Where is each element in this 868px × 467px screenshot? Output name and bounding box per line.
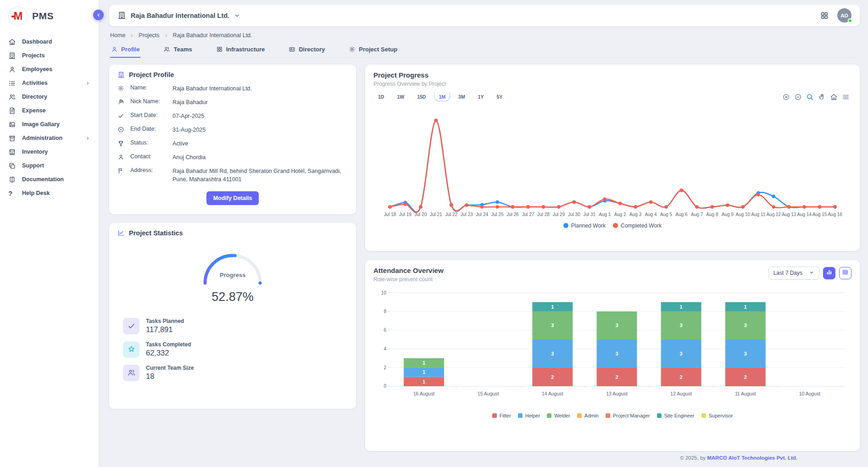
svg-text:Jul 26: Jul 26 (506, 211, 519, 217)
range-button-1d[interactable]: 1D (373, 93, 389, 101)
footer-company-link[interactable]: MARCO AIoT Technologies Pvt. Ltd. (707, 455, 797, 461)
reset-zoom-icon[interactable] (830, 93, 838, 101)
period-select[interactable]: Last 7 Days (768, 267, 819, 280)
field-label: End Date: (130, 126, 172, 132)
field-label: Contact: (130, 153, 172, 160)
sidebar-item-employees[interactable]: Employees (0, 62, 99, 76)
sidebar-item-expense[interactable]: Expense (0, 104, 99, 117)
sidebar-item-documentation[interactable]: Documentation (0, 172, 99, 186)
svg-text:3: 3 (680, 322, 683, 328)
sidebar-menu: Dashboard Projects Employees Activities … (0, 35, 99, 200)
receipt-icon (8, 107, 16, 115)
sidebar-item-projects[interactable]: Projects (0, 49, 99, 62)
period-select-value: Last 7 Days (773, 270, 802, 276)
breadcrumb-item-home[interactable]: Home (110, 32, 125, 39)
sidebar-item-dashboard[interactable]: Dashboard (0, 35, 99, 49)
grid-icon (216, 46, 223, 53)
legend-marker (577, 413, 582, 418)
chart-toolbar (782, 93, 850, 101)
chevron-right-icon (85, 81, 90, 86)
svg-text:2: 2 (551, 374, 554, 379)
selection-zoom-icon[interactable] (806, 93, 814, 101)
sidebar-item-label: Projects (22, 52, 45, 59)
sidebar-item-label: Inventory (22, 149, 48, 155)
range-button-3m[interactable]: 3M (454, 93, 470, 101)
project-profile-card: Project Profile Name: Raja Bahadur Inter… (109, 65, 356, 214)
legend-item-completed-work[interactable]: Completed Work (613, 222, 662, 229)
breadcrumb-item-projects[interactable]: Projects (139, 32, 159, 39)
legend-item-project-manager[interactable]: Project Manager (606, 413, 650, 418)
range-button-5y[interactable]: 5Y (492, 93, 507, 101)
attendance-bar-chart: 024681016 August11115 August14 August233… (373, 288, 851, 411)
profile-field-end-date: End Date: 31-Aug-2025 (117, 126, 348, 134)
svg-text:14 August: 14 August (542, 391, 563, 396)
svg-text:Aug 5: Aug 5 (660, 211, 673, 217)
field-value: 07-Apr-2025 (172, 112, 205, 120)
profile-field-address: Address: Raja Bahadur Mill Rd, behind Sh… (117, 167, 348, 183)
tab-teams[interactable]: Teams (162, 43, 193, 58)
pan-icon[interactable] (818, 93, 826, 101)
svg-text:Aug 13: Aug 13 (782, 211, 796, 217)
sidebar-item-help-desk[interactable]: ? Help Desk (0, 186, 99, 200)
tab-infrastructure[interactable]: Infrastructure (215, 43, 266, 58)
list-icon (8, 79, 16, 87)
range-button-1w[interactable]: 1W (392, 93, 409, 101)
legend-item-fitter[interactable]: Fitter (492, 413, 511, 418)
svg-text:2: 2 (615, 374, 618, 379)
progress-line-chart: Jul 18Jul 19Jul 20Jul 21Jul 22Jul 23Jul … (373, 111, 851, 222)
svg-text:1: 1 (423, 369, 425, 375)
legend-item-supervisor[interactable]: Supervisor (701, 413, 733, 418)
star-icon (123, 341, 139, 358)
stat-tasks-planned: Tasks Planned 117,891 (123, 318, 348, 334)
chart-line-icon (117, 229, 125, 237)
sidebar-item-directory[interactable]: Directory (0, 90, 99, 104)
field-value: Raja Bahadur Mill Rd, behind Sheraton Gr… (172, 167, 342, 183)
app-logo[interactable]: M PMS (0, 0, 99, 30)
tab-project-setup[interactable]: Project Setup (348, 43, 398, 58)
legend-item-welder[interactable]: Welder (547, 413, 570, 418)
tab-directory[interactable]: Directory (288, 43, 326, 58)
sidebar-item-image-gallary[interactable]: Image Gallary (0, 117, 99, 131)
legend-item-admin[interactable]: Admin (577, 413, 599, 418)
range-button-1y[interactable]: 1Y (473, 93, 489, 101)
chart-view-button[interactable] (823, 267, 835, 279)
svg-text:Aug 2: Aug 2 (614, 211, 627, 217)
modify-details-button[interactable]: Modify Details (206, 191, 259, 205)
sidebar-item-label: Administration (22, 135, 62, 141)
sidebar-item-inventory[interactable]: Inventory (0, 145, 99, 159)
legend-marker (547, 413, 551, 418)
gauge-value: 52.87% (117, 290, 348, 304)
online-status-dot (848, 18, 852, 23)
svg-text:3: 3 (615, 350, 618, 356)
svg-text:12 August: 12 August (670, 391, 692, 396)
svg-text:1: 1 (423, 360, 425, 365)
sidebar-collapse-button[interactable] (93, 10, 104, 20)
stat-tasks-completed: Tasks Completed 62,332 (123, 341, 348, 358)
sidebar-item-label: Documentation (22, 176, 64, 183)
legend-item-planned-work[interactable]: Planned Work (563, 222, 606, 229)
avatar[interactable]: AD (837, 8, 851, 22)
copyright-text: © 2025, by (680, 455, 707, 461)
attendance-title: Attendance Overview (373, 267, 444, 274)
legend-item-helper[interactable]: Helper (518, 413, 540, 418)
company-selector[interactable]: Raja Bahadur International Ltd. (117, 11, 240, 20)
progress-chart-title: Project Progress (373, 71, 851, 79)
sidebar-item-activities[interactable]: Activities (0, 76, 99, 90)
apps-grid-icon[interactable] (820, 11, 829, 20)
sidebar-item-label: Directory (22, 94, 47, 100)
svg-text:10 August: 10 August (799, 391, 821, 396)
sidebar-item-administration[interactable]: Administration (0, 131, 99, 145)
svg-text:Jul 18: Jul 18 (384, 211, 396, 217)
tab-profile[interactable]: Profile (110, 43, 140, 58)
menu-icon[interactable] (842, 93, 850, 101)
zoom-out-icon[interactable] (794, 93, 802, 101)
zoom-in-icon[interactable] (782, 93, 790, 101)
range-button-1m[interactable]: 1M (434, 93, 450, 101)
range-button-15d[interactable]: 15D (412, 93, 430, 101)
table-view-button[interactable] (839, 267, 851, 279)
legend-item-site-engineer[interactable]: Site Engineer (657, 413, 695, 418)
sidebar-item-support[interactable]: Support (0, 159, 99, 172)
user-icon (8, 66, 16, 73)
svg-text:Jul 27: Jul 27 (522, 211, 534, 217)
sidebar: M PMS Dashboard Projects Employees Activ… (0, 0, 99, 467)
